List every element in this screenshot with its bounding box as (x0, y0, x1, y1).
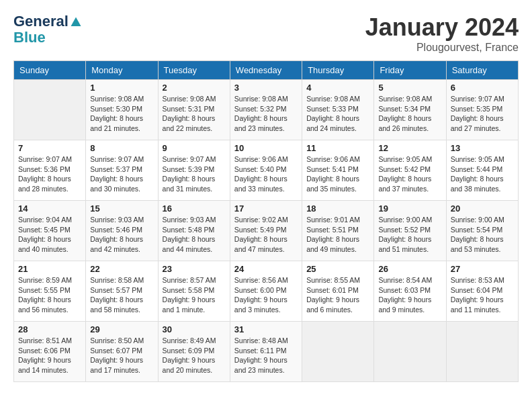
day-number: 22 (90, 264, 153, 274)
calendar-cell: 22Sunrise: 8:58 AMSunset: 5:57 PMDayligh… (86, 261, 158, 322)
day-info: Sunrise: 9:07 AMSunset: 5:37 PMDaylight:… (90, 154, 153, 194)
calendar-cell: 18Sunrise: 9:01 AMSunset: 5:51 PMDayligh… (302, 201, 374, 261)
day-info: Sunrise: 8:49 AMSunset: 6:09 PMDaylight:… (163, 336, 226, 375)
day-info: Sunrise: 8:59 AMSunset: 5:55 PMDaylight:… (18, 275, 81, 315)
day-info: Sunrise: 8:56 AMSunset: 6:00 PMDaylight:… (234, 275, 298, 315)
calendar-cell: 26Sunrise: 8:54 AMSunset: 6:03 PMDayligh… (374, 261, 446, 322)
day-info: Sunrise: 9:08 AMSunset: 5:33 PMDaylight:… (306, 94, 369, 134)
weekday-header: Sunday (14, 61, 86, 80)
day-info: Sunrise: 8:50 AMSunset: 6:07 PMDaylight:… (90, 336, 153, 375)
day-number: 29 (90, 324, 153, 334)
calendar-cell: 11Sunrise: 9:06 AMSunset: 5:41 PMDayligh… (302, 140, 374, 201)
day-number: 17 (234, 203, 298, 214)
day-info: Sunrise: 9:07 AMSunset: 5:35 PMDaylight:… (451, 94, 514, 134)
logo-icon (70, 16, 82, 28)
day-info: Sunrise: 9:04 AMSunset: 5:45 PMDaylight:… (18, 215, 81, 255)
day-number: 28 (18, 324, 81, 334)
day-number: 13 (451, 143, 514, 153)
calendar-cell: 2Sunrise: 9:08 AMSunset: 5:31 PMDaylight… (158, 80, 230, 140)
day-info: Sunrise: 9:08 AMSunset: 5:31 PMDaylight:… (163, 94, 226, 134)
day-number: 1 (90, 83, 153, 93)
day-number: 27 (451, 264, 514, 274)
weekday-header-row: SundayMondayTuesdayWednesdayThursdayFrid… (14, 61, 519, 80)
day-info: Sunrise: 9:03 AMSunset: 5:46 PMDaylight:… (90, 215, 153, 255)
day-info: Sunrise: 9:03 AMSunset: 5:48 PMDaylight:… (163, 215, 226, 255)
svg-marker-0 (71, 17, 81, 27)
calendar-cell: 31Sunrise: 8:48 AMSunset: 6:11 PMDayligh… (230, 322, 302, 382)
day-info: Sunrise: 9:05 AMSunset: 5:42 PMDaylight:… (378, 154, 441, 194)
calendar-table: SundayMondayTuesdayWednesdayThursdayFrid… (13, 60, 519, 382)
calendar-week-row: 14Sunrise: 9:04 AMSunset: 5:45 PMDayligh… (14, 201, 519, 261)
day-number: 4 (306, 83, 369, 93)
page-header: General Blue January 2024 Plougourvest, … (13, 13, 519, 54)
day-number: 31 (234, 324, 298, 334)
calendar-cell: 17Sunrise: 9:02 AMSunset: 5:49 PMDayligh… (230, 201, 302, 261)
day-info: Sunrise: 9:07 AMSunset: 5:39 PMDaylight:… (163, 154, 226, 194)
day-number: 6 (451, 83, 514, 93)
day-number: 25 (306, 264, 369, 274)
title-block: January 2024 Plougourvest, France (365, 13, 519, 54)
calendar-cell (374, 322, 446, 382)
calendar-cell: 12Sunrise: 9:05 AMSunset: 5:42 PMDayligh… (374, 140, 446, 201)
weekday-header: Wednesday (230, 61, 302, 80)
day-info: Sunrise: 8:54 AMSunset: 6:03 PMDaylight:… (378, 275, 441, 315)
calendar-cell: 5Sunrise: 9:08 AMSunset: 5:34 PMDaylight… (374, 80, 446, 140)
calendar-cell: 30Sunrise: 8:49 AMSunset: 6:09 PMDayligh… (158, 322, 230, 382)
day-number: 9 (163, 143, 226, 153)
day-number: 15 (90, 203, 153, 214)
day-info: Sunrise: 9:02 AMSunset: 5:49 PMDaylight:… (234, 215, 298, 255)
day-info: Sunrise: 8:51 AMSunset: 6:06 PMDaylight:… (18, 336, 81, 375)
calendar-cell: 8Sunrise: 9:07 AMSunset: 5:37 PMDaylight… (86, 140, 158, 201)
day-number: 24 (234, 264, 298, 274)
calendar-cell: 24Sunrise: 8:56 AMSunset: 6:00 PMDayligh… (230, 261, 302, 322)
day-number: 18 (306, 203, 369, 214)
calendar-cell (14, 80, 86, 140)
location: Plougourvest, France (365, 42, 519, 54)
day-number: 3 (234, 83, 298, 93)
logo-text: General (13, 13, 83, 30)
calendar-cell: 28Sunrise: 8:51 AMSunset: 6:06 PMDayligh… (14, 322, 86, 382)
calendar-cell: 29Sunrise: 8:50 AMSunset: 6:07 PMDayligh… (86, 322, 158, 382)
calendar-cell: 20Sunrise: 9:00 AMSunset: 5:54 PMDayligh… (446, 201, 518, 261)
day-number: 5 (378, 83, 441, 93)
day-number: 16 (163, 203, 226, 214)
day-number: 19 (378, 203, 441, 214)
calendar-cell: 21Sunrise: 8:59 AMSunset: 5:55 PMDayligh… (14, 261, 86, 322)
calendar-week-row: 28Sunrise: 8:51 AMSunset: 6:06 PMDayligh… (14, 322, 519, 382)
day-number: 26 (378, 264, 441, 274)
weekday-header: Tuesday (158, 61, 230, 80)
day-info: Sunrise: 9:08 AMSunset: 5:34 PMDaylight:… (378, 94, 441, 134)
calendar-cell: 15Sunrise: 9:03 AMSunset: 5:46 PMDayligh… (86, 201, 158, 261)
day-number: 30 (163, 324, 226, 334)
calendar-week-row: 21Sunrise: 8:59 AMSunset: 5:55 PMDayligh… (14, 261, 519, 322)
day-info: Sunrise: 9:08 AMSunset: 5:32 PMDaylight:… (234, 94, 298, 134)
calendar-cell: 25Sunrise: 8:55 AMSunset: 6:01 PMDayligh… (302, 261, 374, 322)
day-number: 11 (306, 143, 369, 153)
calendar-cell: 4Sunrise: 9:08 AMSunset: 5:33 PMDaylight… (302, 80, 374, 140)
day-info: Sunrise: 8:55 AMSunset: 6:01 PMDaylight:… (306, 275, 369, 315)
calendar-cell: 27Sunrise: 8:53 AMSunset: 6:04 PMDayligh… (446, 261, 518, 322)
day-number: 10 (234, 143, 298, 153)
calendar-cell: 3Sunrise: 9:08 AMSunset: 5:32 PMDaylight… (230, 80, 302, 140)
day-number: 8 (90, 143, 153, 153)
day-info: Sunrise: 8:48 AMSunset: 6:11 PMDaylight:… (234, 336, 298, 375)
weekday-header: Saturday (446, 61, 518, 80)
calendar-cell: 23Sunrise: 8:57 AMSunset: 5:58 PMDayligh… (158, 261, 230, 322)
day-number: 14 (18, 203, 81, 214)
calendar-cell: 13Sunrise: 9:05 AMSunset: 5:44 PMDayligh… (446, 140, 518, 201)
calendar-week-row: 7Sunrise: 9:07 AMSunset: 5:36 PMDaylight… (14, 140, 519, 201)
day-info: Sunrise: 8:53 AMSunset: 6:04 PMDaylight:… (451, 275, 514, 315)
logo-blue: Blue (13, 30, 83, 46)
day-info: Sunrise: 9:00 AMSunset: 5:52 PMDaylight:… (378, 215, 441, 255)
day-info: Sunrise: 9:07 AMSunset: 5:36 PMDaylight:… (18, 154, 81, 194)
day-info: Sunrise: 9:06 AMSunset: 5:40 PMDaylight:… (234, 154, 298, 194)
calendar-cell: 6Sunrise: 9:07 AMSunset: 5:35 PMDaylight… (446, 80, 518, 140)
day-info: Sunrise: 9:05 AMSunset: 5:44 PMDaylight:… (451, 154, 514, 194)
calendar-cell: 7Sunrise: 9:07 AMSunset: 5:36 PMDaylight… (14, 140, 86, 201)
day-number: 20 (451, 203, 514, 214)
calendar-cell: 9Sunrise: 9:07 AMSunset: 5:39 PMDaylight… (158, 140, 230, 201)
day-info: Sunrise: 9:01 AMSunset: 5:51 PMDaylight:… (306, 215, 369, 255)
day-number: 7 (18, 143, 81, 153)
day-info: Sunrise: 9:08 AMSunset: 5:30 PMDaylight:… (90, 94, 153, 134)
day-number: 21 (18, 264, 81, 274)
